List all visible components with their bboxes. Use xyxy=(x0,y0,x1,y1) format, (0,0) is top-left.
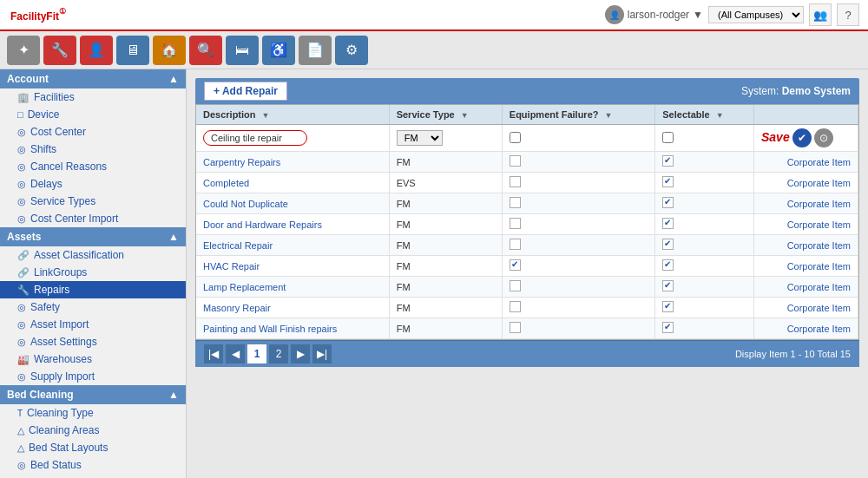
settings-tool-btn[interactable]: ⚙ xyxy=(335,36,368,65)
sidebar-item-device[interactable]: □Device xyxy=(0,106,186,123)
equipment-failure-filter-icon[interactable]: ▼ xyxy=(605,111,613,120)
document-tool-btn[interactable]: 📄 xyxy=(299,36,332,65)
row-description[interactable]: Painting and Wall Finish repairs xyxy=(196,318,389,339)
sidebar-item-facilities[interactable]: 🏢Facilities xyxy=(0,88,186,106)
selectable-cb[interactable] xyxy=(662,259,674,271)
sidebar-section-assets: Assets ▲ xyxy=(0,227,186,246)
selectable-cb[interactable] xyxy=(662,218,674,229)
people-tool-btn[interactable]: 👤 xyxy=(80,36,113,65)
selectable-cb[interactable] xyxy=(662,322,674,333)
row-service-type: FM xyxy=(389,298,502,318)
sidebar-item-shifts[interactable]: ◎Shifts xyxy=(0,141,186,158)
equipment-failure-checkbox-edit[interactable] xyxy=(510,132,521,143)
equipment-failure-cb[interactable] xyxy=(510,259,521,271)
row-description[interactable]: Carpentry Repairs xyxy=(196,152,389,173)
row-corp: Corporate Item xyxy=(754,152,858,173)
selectable-cb[interactable] xyxy=(662,280,674,291)
row-selectable xyxy=(655,298,754,318)
selectable-filter-icon[interactable]: ▼ xyxy=(716,111,724,120)
row-description[interactable]: Door and Hardware Repairs xyxy=(196,214,389,235)
row-selectable xyxy=(655,235,754,256)
sidebar-item-supply-import[interactable]: ◎Supply Import xyxy=(0,368,186,385)
service-type-filter-icon[interactable]: ▼ xyxy=(461,111,469,120)
selectable-cb[interactable] xyxy=(662,197,674,208)
equipment-failure-cb[interactable] xyxy=(510,322,521,333)
row-description[interactable]: Completed xyxy=(196,173,389,193)
selectable-cb[interactable] xyxy=(662,301,674,312)
row-description[interactable]: HVAC Repair xyxy=(196,256,389,277)
table-row: Completed EVS Corporate Item xyxy=(196,173,858,193)
shifts-icon: ◎ xyxy=(17,144,26,155)
selectable-cb[interactable] xyxy=(662,155,674,167)
equipment-failure-cb[interactable] xyxy=(510,155,521,167)
last-page-button[interactable]: ▶| xyxy=(312,344,332,363)
sidebar-item-linkgroups[interactable]: 🔗LinkGroups xyxy=(0,264,186,281)
service-type-select[interactable]: FM EVS xyxy=(397,130,443,146)
sidebar-item-label: Warehouses xyxy=(34,353,92,365)
selectable-cb[interactable] xyxy=(662,239,674,250)
system-name: Demo System xyxy=(782,85,851,97)
sidebar-collapse-account-icon[interactable]: ▲ xyxy=(168,73,179,85)
sidebar-item-repairs[interactable]: 🔧Repairs xyxy=(0,281,186,298)
sidebar-item-warehouses[interactable]: 🏭Warehouses xyxy=(0,350,186,368)
prev-page-button[interactable]: ◀ xyxy=(226,344,245,363)
description-filter-icon[interactable]: ▼ xyxy=(262,111,270,120)
save-confirm-button[interactable]: ✔ xyxy=(792,128,812,147)
sidebar-item-cleaning-areas[interactable]: △Cleaning Areas xyxy=(0,422,186,439)
first-page-button[interactable]: |◀ xyxy=(204,344,223,363)
sidebar-item-bed-stat-layouts[interactable]: △Bed Stat Layouts xyxy=(0,439,186,456)
row-description[interactable]: Electrical Repair xyxy=(196,235,389,256)
sidebar-item-bed-cleaning-settings[interactable]: ◎Bed Cleaning Settings xyxy=(0,474,186,478)
monitor-tool-btn[interactable]: 🖥 xyxy=(116,36,149,65)
row-service-type: FM xyxy=(389,193,502,214)
people-icon-btn[interactable]: 👥 xyxy=(809,3,832,26)
selectable-cb[interactable] xyxy=(662,176,674,187)
sidebar-item-cleaning-type[interactable]: TCleaning Type xyxy=(0,404,186,422)
row-selectable xyxy=(655,173,754,193)
home-tool-btn[interactable]: 🏠 xyxy=(153,36,186,65)
star-tool-btn[interactable]: ✦ xyxy=(7,36,40,65)
next-page-button[interactable]: ▶ xyxy=(291,344,310,363)
system-label: System: xyxy=(741,85,779,97)
sidebar-item-service-types[interactable]: ◎Service Types xyxy=(0,193,186,210)
app-logo: FacilityFit① xyxy=(0,6,76,24)
search-tool-btn[interactable]: 🔍 xyxy=(189,36,222,65)
sidebar-item-asset-classification[interactable]: 🔗Asset Classification xyxy=(0,246,186,264)
sidebar-item-bed-status[interactable]: ◎Bed Status xyxy=(0,456,186,474)
sidebar-item-cost-center-import[interactable]: ◎Cost Center Import xyxy=(0,210,186,227)
wrench-tool-btn[interactable]: 🔧 xyxy=(43,36,76,65)
sidebar-item-safety[interactable]: ◎Safety xyxy=(0,298,186,316)
main-toolbar: ✦ 🔧 👤 🖥 🏠 🔍 🛏 ♿ 📄 ⚙ xyxy=(0,31,868,69)
equipment-failure-cb[interactable] xyxy=(510,239,521,250)
bed-tool-btn[interactable]: 🛏 xyxy=(226,36,259,65)
table-row: Masonry Repair FM Corporate Item xyxy=(196,298,858,318)
sidebar-item-asset-import[interactable]: ◎Asset Import xyxy=(0,316,186,333)
selectable-checkbox-edit[interactable] xyxy=(662,132,674,143)
wheelchair-tool-btn[interactable]: ♿ xyxy=(262,36,295,65)
help-button[interactable]: ? xyxy=(837,3,859,26)
page-1-button[interactable]: 1 xyxy=(247,344,266,363)
sidebar-item-cost-center[interactable]: ◎Cost Center xyxy=(0,123,186,141)
user-dropdown-icon[interactable]: ▼ xyxy=(693,9,703,21)
campus-select[interactable]: (All Campuses) xyxy=(708,6,804,23)
equipment-failure-cb[interactable] xyxy=(510,280,521,291)
save-cancel-button[interactable]: ⊙ xyxy=(814,128,833,147)
sidebar-section-bed-cleaning: Bed Cleaning ▲ xyxy=(0,385,186,404)
sidebar-item-cancel-reasons[interactable]: ◎Cancel Reasons xyxy=(0,158,186,175)
sidebar-collapse-bed-cleaning-icon[interactable]: ▲ xyxy=(168,389,179,401)
editing-actions-cell: Save ✔ ⊙ xyxy=(754,125,858,152)
sidebar-collapse-assets-icon[interactable]: ▲ xyxy=(168,231,179,243)
equipment-failure-cb[interactable] xyxy=(510,176,521,187)
equipment-failure-cb[interactable] xyxy=(510,197,521,208)
equipment-failure-cb[interactable] xyxy=(510,301,521,312)
sidebar-item-delays[interactable]: ◎Delays xyxy=(0,175,186,193)
add-repair-button[interactable]: + Add Repair xyxy=(204,82,287,101)
cost-center-icon: ◎ xyxy=(17,127,26,138)
row-description[interactable]: Lamp Replacement xyxy=(196,277,389,298)
description-input[interactable] xyxy=(203,130,307,146)
sidebar-item-asset-settings[interactable]: ◎Asset Settings xyxy=(0,333,186,350)
page-2-button[interactable]: 2 xyxy=(269,344,288,363)
row-description[interactable]: Could Not Duplicate xyxy=(196,193,389,214)
equipment-failure-cb[interactable] xyxy=(510,218,521,229)
row-description[interactable]: Masonry Repair xyxy=(196,298,389,318)
